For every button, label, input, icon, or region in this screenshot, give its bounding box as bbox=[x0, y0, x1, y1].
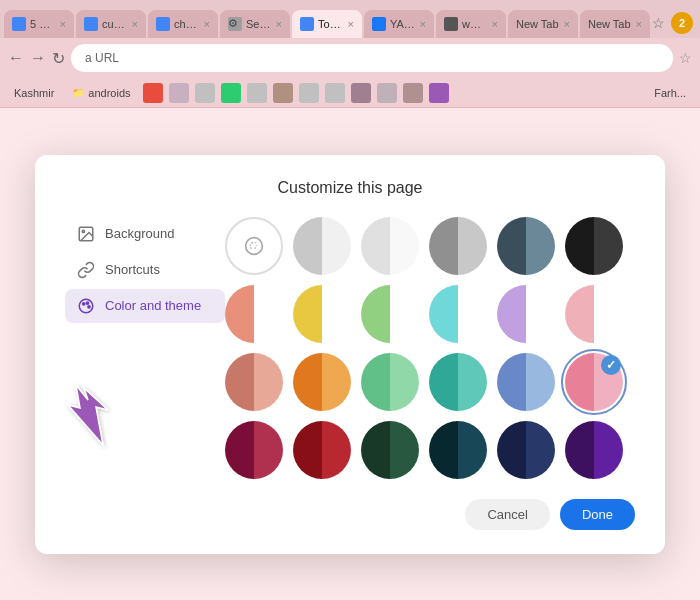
selected-checkmark-badge: ✓ bbox=[601, 355, 621, 375]
color-circle-blue[interactable] bbox=[497, 353, 555, 411]
bookmark-color-gray bbox=[195, 83, 215, 103]
custom-color-button[interactable] bbox=[225, 217, 283, 275]
sidebar-item-color-theme[interactable]: Color and theme bbox=[65, 289, 225, 323]
color-circle-green[interactable] bbox=[361, 285, 419, 343]
svg-point-1 bbox=[82, 230, 84, 232]
dialog-body: Background Shortcuts bbox=[65, 217, 635, 479]
link-icon bbox=[77, 261, 95, 279]
bookmark-color-tan bbox=[273, 83, 293, 103]
color-circle-forest[interactable] bbox=[361, 421, 419, 479]
dialog-title: Customize this page bbox=[65, 179, 635, 197]
tab-custom[interactable]: custom × bbox=[76, 10, 146, 38]
forward-button[interactable]: → bbox=[30, 49, 46, 67]
tab-favicon bbox=[300, 17, 314, 31]
tab-favicon bbox=[156, 17, 170, 31]
bookmark-label: androids bbox=[88, 87, 130, 99]
color-row-deep bbox=[225, 421, 635, 479]
tab-label: custom bbox=[102, 18, 128, 30]
color-circle-lightgray[interactable] bbox=[293, 217, 351, 275]
tab-close-icon[interactable]: × bbox=[204, 18, 210, 30]
bookmark-icon[interactable]: ☆ bbox=[652, 15, 665, 31]
bookmark-farh[interactable]: Farh... bbox=[648, 85, 692, 101]
tab-close-icon[interactable]: × bbox=[420, 18, 426, 30]
address-bar-icons: ☆ bbox=[679, 50, 692, 66]
tab-label: www.c bbox=[462, 18, 488, 30]
tab-label: New Tab bbox=[588, 18, 632, 30]
color-circle-mint[interactable] bbox=[361, 353, 419, 411]
bookmark-color-gray3 bbox=[299, 83, 319, 103]
sidebar-item-label: Color and theme bbox=[105, 298, 201, 313]
tab-label: New Tab bbox=[516, 18, 560, 30]
tab-favicon bbox=[372, 17, 386, 31]
bookmark-color-gray4 bbox=[325, 83, 345, 103]
main-content: Customize this page Background bbox=[0, 108, 700, 600]
address-input[interactable] bbox=[71, 44, 673, 72]
browser-frame: 5 Best × custom × chrom × ⚙ Settin × Top… bbox=[0, 0, 700, 600]
bookmark-label: Farh... bbox=[654, 87, 686, 99]
profile-avatar[interactable]: 2 bbox=[671, 12, 693, 34]
dialog-sidebar: Background Shortcuts bbox=[65, 217, 225, 479]
color-circle-cyan[interactable] bbox=[429, 285, 487, 343]
tab-label: chrom bbox=[174, 18, 200, 30]
reload-button[interactable]: ↻ bbox=[52, 49, 65, 68]
sidebar-item-label: Shortcuts bbox=[105, 262, 160, 277]
address-bar: ← → ↻ ☆ bbox=[0, 38, 700, 78]
tab-close-icon[interactable]: × bbox=[636, 18, 642, 30]
color-circle-navy[interactable] bbox=[497, 421, 555, 479]
tab-label: YAKJU bbox=[390, 18, 416, 30]
bookmark-color-mauve bbox=[169, 83, 189, 103]
color-circle-crimson[interactable] bbox=[225, 421, 283, 479]
color-circle-peach[interactable] bbox=[225, 285, 283, 343]
bookmark-label: Kashmir bbox=[14, 87, 54, 99]
color-circle-darkteal[interactable] bbox=[497, 217, 555, 275]
tab-close-icon[interactable]: × bbox=[132, 18, 138, 30]
color-row-grayscale bbox=[225, 217, 635, 275]
tab-settings[interactable]: ⚙ Settin × bbox=[220, 10, 290, 38]
bookmark-color-gray2 bbox=[247, 83, 267, 103]
customize-dialog: Customize this page Background bbox=[35, 155, 665, 554]
cancel-button[interactable]: Cancel bbox=[465, 499, 549, 530]
tab-chrom[interactable]: chrom × bbox=[148, 10, 218, 38]
tab-5best[interactable]: 5 Best × bbox=[4, 10, 74, 38]
color-circle-pink[interactable] bbox=[565, 285, 623, 343]
image-icon bbox=[77, 225, 95, 243]
tab-favicon bbox=[12, 17, 26, 31]
color-circle-purple[interactable] bbox=[565, 421, 623, 479]
palette-icon bbox=[77, 297, 95, 315]
tab-www[interactable]: www.c × bbox=[436, 10, 506, 38]
color-circle-rose[interactable]: ✓ bbox=[565, 353, 623, 411]
tab-close-icon[interactable]: × bbox=[492, 18, 498, 30]
bookmark-androids[interactable]: 📁 androids bbox=[66, 85, 136, 101]
color-circle-darkteal2[interactable] bbox=[429, 421, 487, 479]
tab-close-icon[interactable]: × bbox=[348, 18, 354, 30]
color-circle-gray[interactable] bbox=[429, 217, 487, 275]
color-circle-yellow[interactable] bbox=[293, 285, 351, 343]
tab-close-icon[interactable]: × bbox=[564, 18, 570, 30]
tab-favicon bbox=[84, 17, 98, 31]
color-circle-red[interactable] bbox=[293, 421, 351, 479]
tab-close-icon[interactable]: × bbox=[60, 18, 66, 30]
star-icon[interactable]: ☆ bbox=[679, 50, 692, 66]
color-circle-salmon[interactable] bbox=[225, 353, 283, 411]
color-circle-lavender[interactable] bbox=[497, 285, 555, 343]
back-button[interactable]: ← bbox=[8, 49, 24, 67]
tab-top21[interactable]: Top 21 × bbox=[292, 10, 362, 38]
color-circle-offwhite[interactable] bbox=[361, 217, 419, 275]
tab-newtab2[interactable]: New Tab × bbox=[580, 10, 650, 38]
sidebar-item-shortcuts[interactable]: Shortcuts bbox=[65, 253, 225, 287]
bookmark-kashmir[interactable]: Kashmir bbox=[8, 85, 60, 101]
svg-point-3 bbox=[83, 302, 85, 304]
color-circle-black[interactable] bbox=[565, 217, 623, 275]
color-circle-teal[interactable] bbox=[429, 353, 487, 411]
done-button[interactable]: Done bbox=[560, 499, 635, 530]
tab-yakju[interactable]: YAKJU × bbox=[364, 10, 434, 38]
tab-label: Settin bbox=[246, 18, 272, 30]
sidebar-item-background[interactable]: Background bbox=[65, 217, 225, 251]
color-circle-orange[interactable] bbox=[293, 353, 351, 411]
tab-bar-actions: ☆ 2 ⋮ bbox=[652, 12, 700, 38]
tab-label: Top 21 bbox=[318, 18, 344, 30]
sidebar-item-label: Background bbox=[105, 226, 174, 241]
tab-close-icon[interactable]: × bbox=[276, 18, 282, 30]
bookmark-color-violet bbox=[429, 83, 449, 103]
tab-newtab1[interactable]: New Tab × bbox=[508, 10, 578, 38]
